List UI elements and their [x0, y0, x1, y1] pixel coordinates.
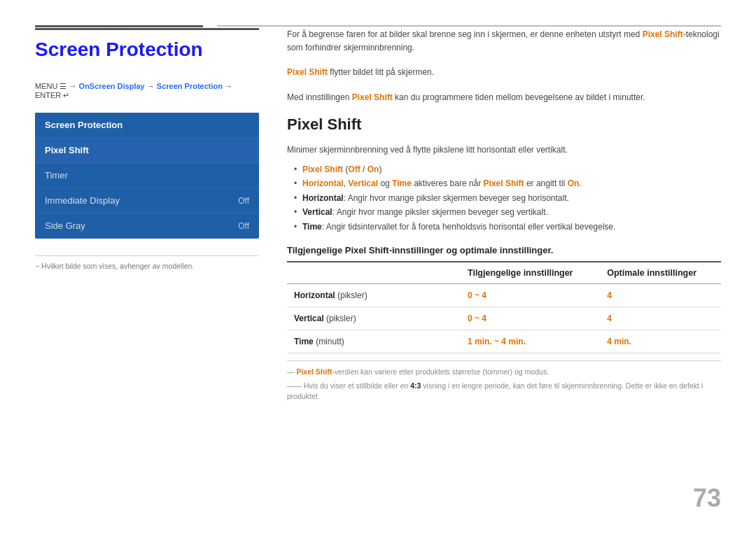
row-available-vertical: 0 ~ 4: [461, 307, 600, 330]
row-available-time: 1 min. ~ 4 min.: [461, 330, 600, 353]
table-section-title: Tilgjengelige Pixel Shift-innstillinger …: [287, 245, 721, 255]
left-footnote: − Hvilket bilde som vises, avhenger av m…: [35, 262, 259, 270]
menu-item-side-gray[interactable]: Side Gray Off: [35, 213, 259, 239]
row-optimal-time: 4 min.: [600, 330, 721, 353]
data-table: Tilgjengelige innstillinger Optimale inn…: [287, 261, 721, 353]
breadcrumb-prefix: MENU: [35, 82, 59, 90]
menu-item-immediate-display[interactable]: Immediate Display Off: [35, 188, 259, 213]
menu-item-label: Timer: [45, 170, 68, 181]
body-text-1: Minimer skjerminnbrenning ved å flytte p…: [287, 143, 721, 157]
top-border-left: [35, 25, 203, 27]
menu-item-pixel-shift[interactable]: Pixel Shift: [35, 138, 259, 163]
menu-item-timer[interactable]: Timer: [35, 163, 259, 188]
breadcrumb-item1: OnScreen Display: [79, 82, 145, 90]
page-title: Screen Protection: [35, 28, 259, 66]
table-row-time: Time (minutt) 1 min. ~ 4 min. 4 min.: [287, 330, 721, 353]
table-footnote-2: ―― Hvis du viser et stillbilde eller en …: [287, 381, 721, 403]
table-footnotes: ― Pixel Shift-verdien kan variere etter …: [287, 360, 721, 402]
row-label-horizontal: Horizontal (piksler): [287, 283, 461, 307]
menu-icon: ☰: [59, 82, 66, 90]
sub-bullet-1: Horizontal, Vertical og Time aktiveres b…: [294, 176, 721, 190]
top-border-right: [217, 25, 721, 27]
row-label-time: Time (minutt): [287, 330, 461, 353]
intro-paragraph-1: For å begrense faren for at bilder skal …: [287, 28, 721, 55]
row-optimal-vertical: 4: [600, 307, 721, 330]
bullet-list: Pixel Shift (Off / On) Horizontal, Verti…: [287, 162, 721, 234]
right-column: For å begrense faren for at bilder skal …: [287, 28, 721, 513]
row-available-horizontal: 0 ~ 4: [461, 283, 600, 307]
breadcrumb: MENU ☰ → OnScreen Display → Screen Prote…: [35, 82, 259, 100]
table-header-available: Tilgjengelige innstillinger: [461, 262, 600, 284]
bullet-item-4: Time: Angir tidsintervallet for å foreta…: [294, 220, 721, 234]
intro-paragraph-2: Pixel Shift flytter bildet litt på skjer…: [287, 66, 721, 79]
pixel-shift-highlight: Pixel Shift: [643, 29, 683, 39]
menu-item-value: Off: [238, 221, 249, 231]
menu-box-header: Screen Protection: [35, 113, 259, 138]
row-label-vertical: Vertical (piksler): [287, 307, 461, 330]
menu-box: Screen Protection Pixel Shift Timer Imme…: [35, 113, 259, 239]
menu-item-label: Immediate Display: [45, 195, 120, 206]
breadcrumb-item2: Screen Protection: [157, 82, 223, 90]
row-optimal-horizontal: 4: [600, 283, 721, 307]
enter-icon: ↵: [63, 91, 69, 99]
bullet-item-3: Vertical: Angir hvor mange piksler skjer…: [294, 205, 721, 219]
table-header-name: [287, 262, 461, 284]
bullet-item-2: Horizontal: Angir hvor mange piksler skj…: [294, 191, 721, 205]
menu-item-value: Off: [238, 196, 249, 206]
bullet-item-1: Pixel Shift (Off / On): [294, 162, 721, 176]
pixel-shift-highlight-3: Pixel Shift: [352, 92, 393, 102]
table-row-vertical: Vertical (piksler) 0 ~ 4 4: [287, 307, 721, 330]
menu-item-label: Pixel Shift: [45, 145, 89, 155]
table-footnote-1: ― Pixel Shift-verdien kan variere etter …: [287, 367, 721, 378]
table-header-optimal: Optimale innstillinger: [600, 262, 721, 284]
divider: [35, 255, 259, 256]
menu-item-label: Side Gray: [45, 220, 85, 231]
left-column: Screen Protection MENU ☰ → OnScreen Disp…: [35, 28, 259, 513]
table-row-horizontal: Horizontal (piksler) 0 ~ 4 4: [287, 283, 721, 307]
section-title: Pixel Shift: [287, 115, 721, 134]
pixel-shift-highlight-2: Pixel Shift: [287, 67, 328, 77]
page-number: 73: [693, 484, 721, 513]
intro-paragraph-3: Med innstillingen Pixel Shift kan du pro…: [287, 91, 721, 104]
